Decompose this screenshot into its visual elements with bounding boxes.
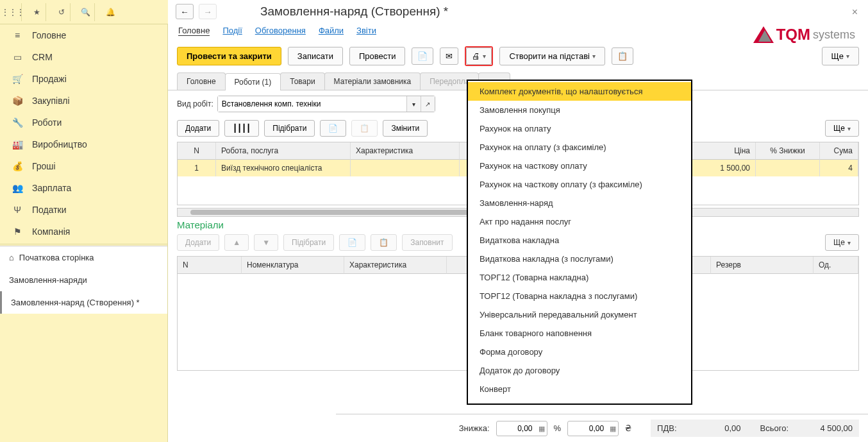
sidebar-item-label: Закупівлі: [32, 96, 70, 106]
subtab-reports[interactable]: Звіти: [356, 26, 376, 36]
search-icon[interactable]: 🔍: [77, 3, 95, 21]
fill-material-button[interactable]: Заповнит: [402, 234, 452, 251]
post-button[interactable]: Провести: [349, 47, 406, 65]
cell-work: Виїзд технічного спеціаліста: [216, 160, 351, 176]
col-discount[interactable]: % Знижки: [756, 142, 820, 160]
add-material-button[interactable]: Додати: [177, 234, 219, 251]
sidebar-item-Гроші[interactable]: 💰Гроші: [0, 155, 167, 177]
subnav-item[interactable]: ⌂Початкова сторінка: [0, 246, 167, 269]
vat-value: 0,00: [696, 423, 741, 433]
print-menu-item[interactable]: ТОРГ12 (Товарна накладна): [468, 268, 691, 287]
mat-copy-icon[interactable]: 📄: [339, 234, 365, 251]
sidebar-item-Закупівлі[interactable]: 📦Закупівлі: [0, 90, 167, 112]
col-n[interactable]: N: [178, 142, 216, 160]
print-menu-item[interactable]: Конверт: [468, 380, 691, 398]
mcol-reserve[interactable]: Резерв: [711, 257, 814, 274]
print-dropdown-menu: Комплект документів, що налаштовуєтьсяЗа…: [467, 80, 692, 405]
subtab-events[interactable]: Події: [222, 26, 242, 36]
attach-file-icon[interactable]: 📄: [412, 47, 433, 65]
materials-more-button[interactable]: Ще: [825, 234, 859, 251]
print-menu-item[interactable]: Акт про надання послуг: [468, 212, 691, 231]
print-menu-item[interactable]: Універсальний передавальний документ: [468, 305, 691, 324]
col-price[interactable]: Ціна: [685, 142, 756, 160]
combo-open-icon[interactable]: ↗: [421, 96, 435, 112]
calc-icon-2[interactable]: ▦: [610, 424, 616, 432]
print-menu-item[interactable]: Форма договору: [468, 343, 691, 361]
print-button-highlight: 🖨: [465, 46, 493, 66]
subnav-label: Початкова сторінка: [19, 253, 94, 262]
tab-Матеріали замовника[interactable]: Матеріали замовника: [324, 72, 421, 90]
combo-dropdown-icon[interactable]: ▾: [406, 96, 421, 112]
tab-Роботи (1)[interactable]: Роботи (1): [225, 73, 281, 90]
pick-work-button[interactable]: Підібрати: [264, 120, 315, 137]
cart-icon: 🛒: [12, 73, 23, 85]
flag-icon: ⚑: [12, 226, 23, 237]
print-menu-item[interactable]: Рахунок на часткову оплату: [468, 157, 691, 175]
sidebar-item-Компанія[interactable]: ⚑Компанія: [0, 221, 167, 242]
subtab-main[interactable]: Головне: [178, 26, 210, 36]
trident-icon: Ψ: [12, 204, 23, 216]
print-button[interactable]: 🖨: [466, 47, 492, 65]
work-type-combo[interactable]: ▾ ↗: [217, 96, 435, 112]
wrench-icon: 🔧: [12, 117, 23, 128]
calc-icon[interactable]: ▦: [538, 424, 545, 432]
bell-icon[interactable]: 🔔: [101, 3, 119, 21]
col-work[interactable]: Робота, послуга: [216, 142, 351, 160]
sidebar-item-Роботи[interactable]: 🔧Роботи: [0, 112, 167, 133]
save-button[interactable]: Записати: [288, 47, 343, 65]
col-char[interactable]: Характеристика: [351, 142, 460, 160]
works-more-button[interactable]: Ще: [825, 120, 859, 137]
post-and-close-button[interactable]: Провести та закрити: [177, 47, 281, 65]
sidebar-item-label: Гроші: [32, 161, 56, 171]
mcol-n[interactable]: N: [178, 257, 242, 274]
pick-material-button[interactable]: Підібрати: [283, 234, 334, 251]
sidebar-item-Продажі[interactable]: 🛒Продажі: [0, 68, 167, 90]
move-down-icon[interactable]: ▼: [254, 234, 278, 251]
mat-paste-icon[interactable]: 📋: [371, 234, 397, 251]
subnav-item[interactable]: Замовлення-наряд (Створення) *: [0, 291, 167, 314]
paste-icon[interactable]: 📋: [351, 120, 378, 137]
add-work-button[interactable]: Додати: [177, 120, 219, 137]
subnav-label: Замовлення-наряд (Створення) *: [11, 298, 140, 307]
create-based-button[interactable]: Створити на підставі: [499, 47, 605, 65]
print-menu-item[interactable]: Комплект документів, що налаштовується: [468, 82, 691, 101]
change-button[interactable]: Змінити: [383, 120, 428, 137]
sidebar-item-Виробництво[interactable]: 🏭Виробництво: [0, 133, 167, 155]
sidebar-item-Податки[interactable]: ΨПодатки: [0, 199, 167, 221]
tab-Головне[interactable]: Головне: [177, 72, 226, 90]
print-menu-item[interactable]: Рахунок на часткову оплату (з факсиміле): [468, 175, 691, 194]
print-menu-item[interactable]: Рахунок на оплату (з факсиміле): [468, 138, 691, 157]
email-icon[interactable]: ✉: [440, 47, 458, 65]
barcode-icon[interactable]: ┃┃┃┃: [224, 120, 259, 137]
star-icon[interactable]: ★: [28, 3, 46, 21]
mcol-char[interactable]: Характеристика: [344, 257, 447, 274]
sidebar-item-Зарплата[interactable]: 👥Зарплата: [0, 177, 167, 199]
more-button[interactable]: Ще: [822, 47, 859, 65]
sidebar-item-CRM[interactable]: ▭CRM: [0, 46, 167, 68]
move-up-icon[interactable]: ▲: [224, 234, 249, 251]
apps-icon[interactable]: ⋮⋮⋮: [4, 3, 22, 21]
subtab-files[interactable]: Файли: [319, 26, 344, 36]
nav-back-button[interactable]: ←: [176, 4, 194, 19]
history-icon[interactable]: ↺: [53, 3, 71, 21]
work-type-input[interactable]: [218, 96, 406, 112]
mcol-unit[interactable]: Од.: [814, 257, 858, 274]
print-menu-item[interactable]: Видаткова накладна (з послугами): [468, 250, 691, 268]
tab-Товари[interactable]: Товари: [280, 72, 324, 90]
subnav-item[interactable]: Замовлення-наряди: [0, 269, 167, 291]
print-menu-item[interactable]: Замовлення покупця: [468, 101, 691, 119]
print-menu-item[interactable]: Замовлення-наряд: [468, 194, 691, 212]
print-menu-item[interactable]: Рахунок на оплату: [468, 119, 691, 138]
print-menu-item[interactable]: ТОРГ12 (Товарна накладна з послугами): [468, 287, 691, 305]
print-menu-item[interactable]: Додаток до договору: [468, 361, 691, 380]
mcol-nom[interactable]: Номенклатура: [242, 257, 344, 274]
subtab-discussion[interactable]: Обговорення: [255, 26, 306, 36]
report-icon[interactable]: 📋: [612, 47, 633, 65]
col-sum[interactable]: Сума: [820, 142, 858, 160]
close-icon[interactable]: ×: [852, 6, 858, 18]
nav-forward-button[interactable]: →: [199, 4, 217, 19]
copy-icon[interactable]: 📄: [320, 120, 346, 137]
print-menu-item[interactable]: Видаткова накладна: [468, 231, 691, 250]
sidebar-item-Головне[interactable]: ≡Головне: [0, 24, 167, 46]
print-menu-item[interactable]: Бланк товарного наповнення: [468, 324, 691, 343]
